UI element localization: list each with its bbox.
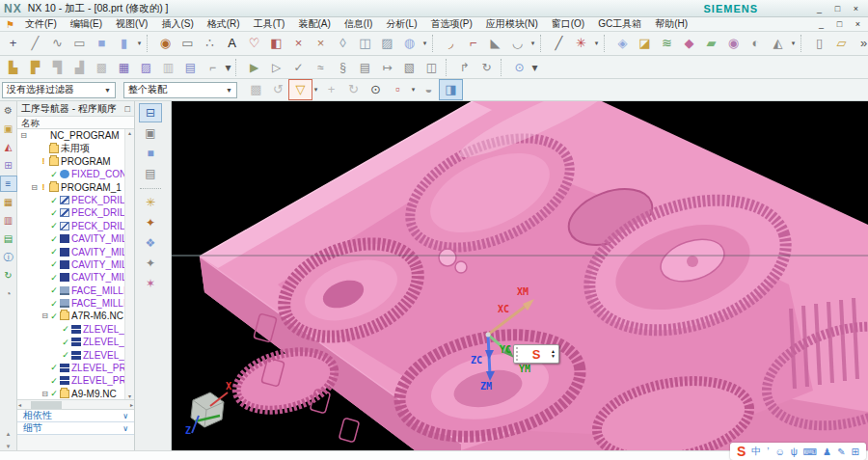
menu-item[interactable]: 视图(V) bbox=[109, 17, 154, 31]
cam-toolbar-icon[interactable]: ✦ bbox=[140, 214, 161, 231]
toolbar-icon[interactable] bbox=[147, 35, 151, 52]
assembly-scope-dropdown[interactable]: 整个装配▼ bbox=[123, 82, 237, 98]
menu-item[interactable]: 首选项(P) bbox=[423, 17, 478, 31]
toolbar-icon[interactable] bbox=[800, 35, 805, 52]
resource-bar-icon[interactable]: ▥ bbox=[1, 213, 16, 228]
scroll-left-icon[interactable]: ◂ bbox=[18, 401, 21, 408]
expander-icon[interactable] bbox=[41, 311, 49, 320]
toolbar-icon[interactable]: ▧ bbox=[398, 58, 420, 77]
resource-bar-icon[interactable]: ≡ bbox=[1, 176, 16, 191]
toolbar-icon[interactable]: ▟ bbox=[68, 58, 91, 77]
toolbar-icon[interactable]: ◊ bbox=[332, 34, 354, 53]
menu-item[interactable]: 编辑(E) bbox=[64, 17, 109, 31]
vertical-scrollbar[interactable]: ▴ ▾ bbox=[124, 129, 134, 399]
tree-row[interactable]: CAVITY_MILL_ bbox=[17, 271, 134, 284]
resource-bar-icon[interactable]: ◭ bbox=[1, 140, 16, 154]
tree-row[interactable]: PROGRAM_1 bbox=[17, 181, 134, 194]
toolbar-icon[interactable]: ◫ bbox=[420, 58, 443, 77]
toolbar-icon[interactable]: ▜ bbox=[46, 58, 68, 77]
toolbar-icon[interactable]: ▯ bbox=[808, 34, 830, 53]
toolbar-icon[interactable] bbox=[540, 35, 545, 52]
resource-bar-icon[interactable]: ▣ bbox=[1, 122, 16, 136]
ime-icon[interactable]: ⌨ bbox=[803, 446, 817, 457]
toolbar-icon[interactable]: ◪ bbox=[634, 34, 656, 53]
toolbar-icon[interactable]: A bbox=[221, 34, 243, 53]
menu-item[interactable]: GC工具箱 bbox=[591, 17, 648, 31]
tree-row[interactable]: A9-M9.NC bbox=[17, 388, 134, 400]
cam-toolbar-icon[interactable]: ▤ bbox=[140, 165, 161, 182]
toolbar-icon[interactable] bbox=[235, 59, 240, 76]
toolbar-icon[interactable]: ▾ bbox=[409, 80, 418, 99]
resource-spin-down-icon[interactable]: ▾ bbox=[7, 443, 11, 450]
tree-row[interactable]: 未用项 bbox=[17, 142, 134, 154]
resource-bar-icon[interactable]: ↻ bbox=[1, 268, 16, 283]
window-button[interactable]: □ bbox=[829, 4, 846, 14]
ime-icon[interactable]: ♟ bbox=[823, 446, 831, 457]
toolbar-icon[interactable]: ↻ bbox=[475, 58, 498, 77]
cam-toolbar-icon[interactable]: ✳ bbox=[140, 194, 161, 211]
spin-down-icon[interactable]: ▼ bbox=[551, 354, 556, 359]
ime-icon[interactable]: ☺ bbox=[774, 446, 784, 457]
toolbar-icon[interactable]: ◡ bbox=[506, 34, 529, 53]
toolbar-icon[interactable]: ◣ bbox=[484, 34, 506, 53]
toolbar-icon[interactable]: + bbox=[2, 34, 24, 53]
scrollbar-thumb[interactable] bbox=[31, 401, 62, 409]
window-button[interactable]: _ bbox=[811, 4, 827, 14]
resource-bar-icon[interactable]: ◔ bbox=[1, 286, 16, 301]
toolbar-icon[interactable]: ↻ bbox=[342, 80, 365, 99]
toolbar-icon[interactable]: + bbox=[320, 80, 342, 99]
toolbar-icon[interactable]: ▾ bbox=[529, 34, 537, 53]
ime-icon[interactable]: 中 bbox=[751, 445, 761, 458]
ime-icon[interactable]: ⊞ bbox=[852, 446, 859, 457]
toolbar-icon[interactable]: ∿ bbox=[46, 34, 68, 53]
toolbar-icon[interactable] bbox=[501, 59, 505, 76]
window-button[interactable]: × bbox=[848, 4, 864, 14]
toolbar-icon[interactable]: ▤ bbox=[179, 58, 202, 77]
toolbar-icon[interactable]: » bbox=[853, 34, 868, 53]
doc-window-button[interactable]: × bbox=[850, 19, 866, 29]
toolbar-icon[interactable] bbox=[432, 35, 437, 52]
toolbar-icon[interactable]: ▛ bbox=[24, 58, 46, 77]
resource-bar-icon[interactable]: ⊞ bbox=[1, 158, 16, 173]
toolbar-icon[interactable]: ▥ bbox=[157, 58, 179, 77]
menu-item[interactable]: 工具(T) bbox=[247, 17, 292, 31]
toolbar-icon[interactable]: § bbox=[332, 58, 354, 77]
sogou-logo[interactable]: S bbox=[737, 444, 746, 459]
toolbar-icon[interactable]: ╱ bbox=[24, 34, 46, 53]
toolbar-icon[interactable]: ◒ bbox=[418, 80, 440, 99]
toolbar-icon[interactable]: ◨ bbox=[440, 80, 462, 99]
toolbar-icon[interactable]: ▭ bbox=[68, 34, 91, 53]
scroll-up-icon[interactable]: ▴ bbox=[128, 129, 131, 136]
menu-item[interactable]: 信息(I) bbox=[338, 17, 379, 31]
toolbar-icon[interactable]: ▾ bbox=[420, 34, 429, 53]
doc-window-button[interactable]: _ bbox=[813, 19, 829, 29]
toolbar-icon[interactable]: ◭ bbox=[767, 34, 789, 53]
toolbar-icon[interactable]: ∴ bbox=[199, 34, 221, 53]
toolbar-icon[interactable]: ✳ bbox=[570, 34, 592, 53]
expander-icon[interactable] bbox=[30, 183, 39, 192]
toolbar-icon[interactable]: ≈ bbox=[310, 58, 332, 77]
toolbar-icon[interactable]: ⌐ bbox=[202, 58, 224, 77]
tree-row[interactable]: PECK_DRILLIN bbox=[17, 206, 134, 219]
tree-row[interactable]: ZLEVEL_PR bbox=[17, 336, 134, 348]
tree-row[interactable]: PECK_DRILLIN bbox=[17, 220, 134, 232]
tree-row[interactable]: CAVITY_MILL_ bbox=[17, 258, 134, 271]
cam-toolbar-icon[interactable]: ✶ bbox=[140, 275, 161, 292]
panel-section-header[interactable]: 细节∨ bbox=[17, 422, 134, 435]
tree-row[interactable]: ZLEVEL_PR bbox=[17, 348, 134, 361]
selection-filter-dropdown[interactable]: 没有选择过滤器▼ bbox=[2, 82, 116, 98]
ime-popup[interactable]: S ▲ ▼ bbox=[513, 344, 559, 364]
resource-bar-icon[interactable]: ⓘ bbox=[1, 250, 16, 264]
resource-bar-icon[interactable]: ⚙ bbox=[1, 103, 16, 118]
tree-row[interactable]: CAVITY_MILL_ bbox=[17, 245, 134, 257]
view-triad[interactable]: X Z bbox=[177, 383, 235, 437]
cam-toolbar-icon[interactable]: ❖ bbox=[140, 234, 161, 252]
menu-item[interactable]: 格式(R) bbox=[201, 17, 247, 31]
toolbar-icon[interactable]: ◈ bbox=[611, 34, 634, 53]
toolbar-icon[interactable]: × bbox=[310, 34, 332, 53]
toolbar-icon[interactable]: × bbox=[287, 34, 310, 53]
toolbar-icon[interactable]: ▦ bbox=[113, 58, 135, 77]
resource-bar-icon[interactable]: ▦ bbox=[1, 195, 16, 209]
toolbar-icon[interactable]: ▨ bbox=[135, 58, 157, 77]
menu-item[interactable]: 插入(S) bbox=[154, 17, 200, 31]
